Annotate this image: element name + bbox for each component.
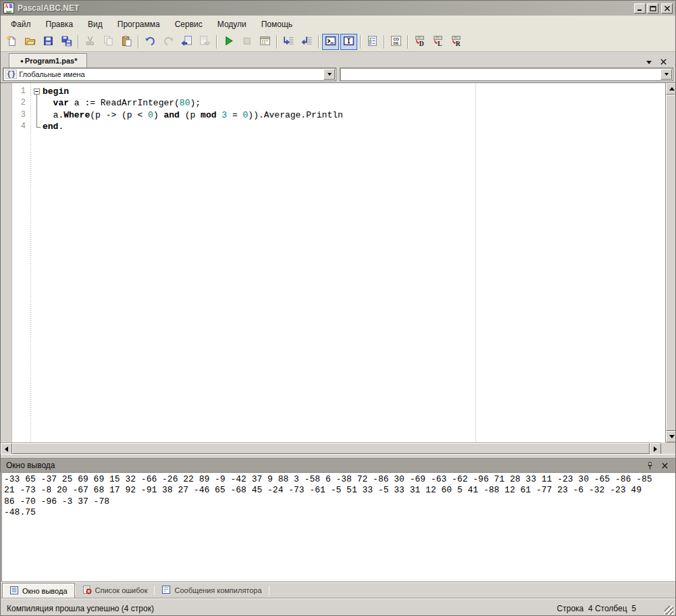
- code-line[interactable]: end.: [43, 121, 343, 132]
- close-button[interactable]: [661, 3, 673, 14]
- scroll-up-button[interactable]: [666, 83, 676, 95]
- save-button[interactable]: [40, 34, 57, 50]
- scroll-left-button[interactable]: [1, 443, 12, 455]
- tool-tab-output-window[interactable]: Окно вывода: [2, 583, 75, 598]
- scope-dropdown-button[interactable]: [323, 69, 335, 80]
- toolbar-separator: [407, 35, 409, 49]
- paste-button[interactable]: [118, 34, 135, 50]
- tool-window-tabs: Окно выводаСписок ошибокСообщения компил…: [1, 582, 675, 598]
- console-window-button[interactable]: [322, 34, 339, 50]
- status-bar: Компиляция прошла успешно (4 строк) Стро…: [1, 598, 675, 616]
- menu-item-3[interactable]: Программа: [110, 17, 167, 32]
- document-tab-row: ● Program1.pas*: [1, 52, 675, 68]
- code-editor[interactable]: 1234 begin var a := ReadArrInteger(80); …: [1, 82, 676, 442]
- svg-text:L: L: [438, 39, 442, 46]
- editor-horizontal-scrollbar[interactable]: [1, 442, 661, 454]
- save-icon: [43, 35, 54, 49]
- indent-button[interactable]: [280, 34, 297, 50]
- undo-icon: [145, 35, 156, 49]
- horizontal-scroll-thumb[interactable]: [12, 443, 650, 454]
- save-all-icon: [61, 35, 72, 49]
- minimize-button[interactable]: [634, 3, 646, 14]
- pt-d-button[interactable]: PTD: [411, 34, 428, 50]
- outdent-icon: [301, 35, 313, 49]
- scroll-right-button[interactable]: [650, 443, 661, 455]
- output-close-icon[interactable]: [659, 461, 670, 471]
- svg-text:PT: PT: [436, 36, 440, 39]
- toolbar-separator: [360, 35, 361, 49]
- arrow-up-icon: [669, 87, 675, 91]
- save-all-button[interactable]: [58, 34, 75, 50]
- redo-icon: [163, 35, 174, 49]
- caret-position: Строка 4 Столбец 5: [557, 604, 636, 613]
- output-window-content[interactable]: -33 65 -37 25 69 69 15 32 -66 -26 22 89 …: [1, 472, 676, 582]
- stop-icon: [241, 35, 253, 49]
- compiler-messages-icon: [161, 585, 171, 596]
- scope-combobox[interactable]: {} Глобальные имена: [3, 68, 336, 81]
- tab-list-dropdown-icon[interactable]: [646, 61, 652, 64]
- tasks-button[interactable]: [364, 34, 381, 50]
- scope-icon: {}: [5, 70, 17, 79]
- run-button[interactable]: [220, 34, 237, 50]
- menu-item-0[interactable]: Файл: [3, 17, 38, 32]
- svg-text:net: net: [6, 9, 11, 14]
- run-no-debug-button[interactable]: [257, 34, 274, 50]
- svg-text:PT: PT: [454, 36, 458, 39]
- menu-item-2[interactable]: Вид: [80, 17, 110, 32]
- tool-tab-error-list[interactable]: Список ошибок: [76, 583, 155, 598]
- tab-separator: [269, 586, 269, 595]
- toolbar: CODEPTDPTLPTR: [1, 32, 675, 52]
- arrow-right-icon: [654, 446, 657, 452]
- code-lines[interactable]: begin var a := ReadArrInteger(80); a.Whe…: [43, 86, 343, 132]
- member-combobox[interactable]: [340, 68, 673, 81]
- breakpoint-margin[interactable]: [1, 83, 12, 442]
- output-line: -48.75: [4, 507, 675, 518]
- resize-grip[interactable]: [665, 606, 673, 615]
- modified-dot: ●: [20, 58, 24, 64]
- page-back-button[interactable]: [178, 34, 195, 50]
- page-back-icon: [181, 35, 192, 49]
- insert-text-button[interactable]: [340, 34, 357, 50]
- chevron-down-icon: [665, 73, 669, 76]
- maximize-button[interactable]: [647, 3, 658, 14]
- pt-r-button[interactable]: PTR: [448, 34, 465, 50]
- outdent-button[interactable]: [298, 34, 315, 50]
- window-title: PascalABC.NET: [18, 3, 633, 13]
- vertical-scroll-thumb[interactable]: [666, 95, 676, 431]
- pin-icon[interactable]: [644, 461, 655, 471]
- new-file-button[interactable]: [3, 34, 20, 50]
- tool-tab-compiler-messages[interactable]: Сообщения компилятора: [155, 583, 268, 598]
- page-forward-icon: [199, 35, 211, 49]
- console-window-icon: [325, 35, 336, 49]
- tab-program1[interactable]: ● Program1.pas*: [9, 53, 87, 68]
- menu-bar: ФайлПравкаВидПрограммаСервисМодулиПомощь: [1, 16, 675, 32]
- menu-item-5[interactable]: Модули: [210, 17, 254, 32]
- member-dropdown-button[interactable]: [660, 69, 672, 80]
- tab-close-icon[interactable]: [660, 56, 667, 68]
- pt-l-button[interactable]: PTL: [430, 34, 446, 50]
- undo-button[interactable]: [142, 34, 159, 50]
- cut-icon: [84, 35, 96, 49]
- open-file-icon: [24, 35, 36, 49]
- line-number: 1: [12, 86, 30, 97]
- right-margin-line: [475, 83, 476, 442]
- title-bar: ABnet PascalABC.NET: [1, 1, 675, 16]
- run-icon: [223, 35, 234, 49]
- editor-vertical-scrollbar[interactable]: [665, 83, 676, 442]
- scroll-down-button[interactable]: [666, 431, 676, 442]
- menu-item-4[interactable]: Сервис: [167, 17, 210, 32]
- tool-tab-label: Сообщения компилятора: [174, 586, 261, 594]
- code-line[interactable]: begin: [43, 86, 343, 97]
- code-templates-button[interactable]: CODE: [388, 34, 405, 50]
- line-number-gutter: 1234: [12, 83, 30, 442]
- code-line[interactable]: a.Where(p -> (p < 0) and (p mod 3 = 0)).…: [43, 109, 343, 121]
- svg-text:CO: CO: [393, 37, 399, 41]
- menu-item-6[interactable]: Помощь: [254, 17, 300, 32]
- fold-collapse-icon[interactable]: [34, 88, 40, 95]
- menu-item-1[interactable]: Правка: [38, 17, 81, 32]
- code-line[interactable]: var a := ReadArrInteger(80);: [43, 97, 343, 109]
- open-file-button[interactable]: [22, 34, 38, 50]
- toolbar-separator: [276, 35, 278, 49]
- output-line: 21 -73 -8 20 -67 68 17 92 -91 38 27 -46 …: [4, 485, 675, 496]
- tool-tab-label: Окно вывода: [22, 587, 68, 595]
